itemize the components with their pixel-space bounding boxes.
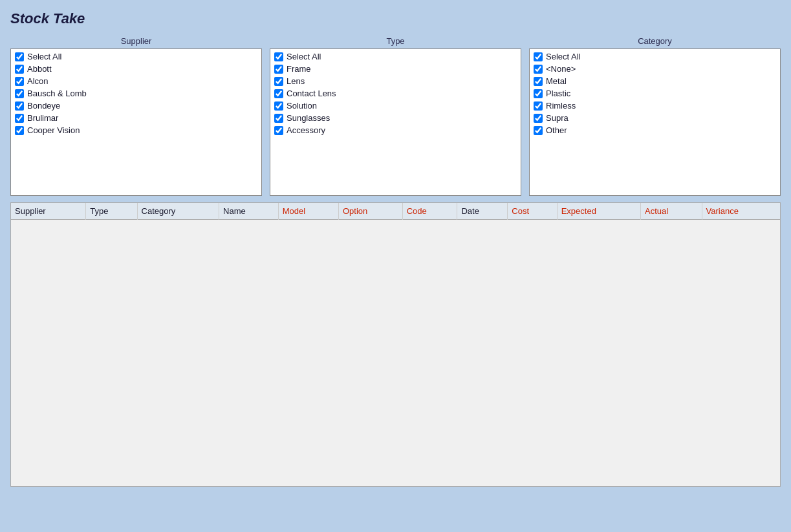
category-checkbox-5[interactable] (534, 114, 543, 123)
category-item-label-3: Plastic (546, 89, 570, 98)
type-item-4[interactable]: Solution (270, 100, 521, 112)
supplier-item-2[interactable]: Alcon (11, 75, 261, 87)
supplier-checkbox-0[interactable] (15, 52, 24, 61)
type-checkbox-list[interactable]: Select AllFrameLensContact LensSolutionS… (270, 48, 521, 196)
category-checkbox-3[interactable] (534, 89, 543, 98)
page-title: Stock Take (10, 10, 781, 27)
table-col-col-type: Type (86, 203, 137, 220)
category-item-3[interactable]: Plastic (530, 87, 780, 100)
category-item-label-1: <None> (546, 64, 576, 74)
type-filter-group: Type Select AllFrameLensContact LensSolu… (270, 36, 521, 196)
type-item-0[interactable]: Select All (270, 50, 521, 63)
category-item-label-2: Metal (546, 76, 567, 86)
type-item-1[interactable]: Frame (270, 63, 521, 75)
category-item-label-6: Other (546, 125, 567, 135)
table-col-col-name: Name (219, 203, 279, 220)
type-item-3[interactable]: Contact Lens (270, 87, 521, 100)
category-item-label-0: Select All (546, 52, 580, 61)
supplier-item-label-2: Alcon (27, 76, 49, 86)
supplier-item-5[interactable]: Brulimar (11, 112, 261, 124)
supplier-item-label-6: Cooper Vision (27, 125, 80, 135)
type-item-5[interactable]: Sunglasses (270, 112, 521, 124)
category-checkbox-list[interactable]: Select All<None>MetalPlasticRimlessSupra… (529, 48, 781, 196)
supplier-checkbox-2[interactable] (15, 77, 24, 86)
supplier-item-label-1: Abbott (27, 64, 52, 74)
supplier-checkbox-list[interactable]: Select AllAbbottAlconBausch & LombBondey… (10, 48, 262, 196)
supplier-checkbox-1[interactable] (15, 65, 24, 74)
category-item-label-4: Rimless (546, 101, 576, 111)
category-item-6[interactable]: Other (530, 124, 780, 136)
supplier-item-0[interactable]: Select All (11, 50, 261, 63)
type-checkbox-2[interactable] (274, 77, 283, 86)
category-item-1[interactable]: <None> (530, 63, 780, 75)
type-item-label-4: Solution (287, 101, 317, 111)
supplier-item-label-3: Bausch & Lomb (27, 89, 87, 98)
table-col-col-cost: Cost (508, 203, 557, 220)
main-container: Stock Take Supplier Select AllAbbottAlco… (0, 0, 791, 532)
table-col-col-variance: Variance (702, 203, 780, 220)
category-checkbox-4[interactable] (534, 101, 543, 111)
type-checkbox-1[interactable] (274, 65, 283, 74)
table-col-col-option: Option (338, 203, 402, 220)
type-item-label-2: Lens (287, 76, 305, 86)
type-item-label-0: Select All (287, 52, 321, 61)
supplier-item-label-0: Select All (27, 52, 61, 61)
table-col-col-actual: Actual (640, 203, 702, 220)
supplier-item-label-5: Brulimar (27, 113, 58, 123)
type-item-2[interactable]: Lens (270, 75, 521, 87)
type-item-label-1: Frame (287, 64, 311, 74)
table-col-col-date: Date (457, 203, 508, 220)
type-item-label-5: Sunglasses (287, 113, 330, 123)
data-table: SupplierTypeCategoryNameModelOptionCodeD… (11, 203, 780, 220)
category-filter-group: Category Select All<None>MetalPlasticRim… (529, 36, 781, 196)
category-checkbox-2[interactable] (534, 77, 543, 86)
type-label: Type (386, 36, 404, 46)
category-item-5[interactable]: Supra (530, 112, 780, 124)
type-checkbox-4[interactable] (274, 101, 283, 111)
category-checkbox-0[interactable] (534, 52, 543, 61)
category-item-label-5: Supra (546, 113, 569, 123)
table-col-col-supplier: Supplier (11, 203, 86, 220)
data-table-container: SupplierTypeCategoryNameModelOptionCodeD… (10, 202, 781, 487)
filters-row: Supplier Select AllAbbottAlconBausch & L… (10, 36, 781, 196)
category-item-4[interactable]: Rimless (530, 100, 780, 112)
category-checkbox-6[interactable] (534, 126, 543, 135)
category-item-2[interactable]: Metal (530, 75, 780, 87)
supplier-checkbox-4[interactable] (15, 101, 24, 111)
supplier-checkbox-3[interactable] (15, 89, 24, 98)
supplier-item-1[interactable]: Abbott (11, 63, 261, 75)
supplier-item-4[interactable]: Bondeye (11, 100, 261, 112)
supplier-item-3[interactable]: Bausch & Lomb (11, 87, 261, 100)
type-checkbox-5[interactable] (274, 114, 283, 123)
category-checkbox-1[interactable] (534, 65, 543, 74)
type-checkbox-3[interactable] (274, 89, 283, 98)
type-checkbox-0[interactable] (274, 52, 283, 61)
type-checkbox-6[interactable] (274, 126, 283, 135)
table-col-col-model: Model (278, 203, 338, 220)
table-col-col-category: Category (137, 203, 219, 220)
supplier-item-6[interactable]: Cooper Vision (11, 124, 261, 136)
type-item-label-6: Accessory (287, 125, 325, 135)
table-col-col-expected: Expected (557, 203, 640, 220)
category-item-0[interactable]: Select All (530, 50, 780, 63)
type-item-6[interactable]: Accessory (270, 124, 521, 136)
supplier-checkbox-6[interactable] (15, 126, 24, 135)
supplier-label: Supplier (121, 36, 152, 46)
supplier-checkbox-5[interactable] (15, 114, 24, 123)
type-item-label-3: Contact Lens (287, 89, 336, 98)
table-col-col-code: Code (402, 203, 457, 220)
supplier-filter-group: Supplier Select AllAbbottAlconBausch & L… (10, 36, 262, 196)
supplier-item-label-4: Bondeye (27, 101, 60, 111)
category-label: Category (638, 36, 672, 46)
table-header-row: SupplierTypeCategoryNameModelOptionCodeD… (11, 203, 780, 220)
table-header: SupplierTypeCategoryNameModelOptionCodeD… (11, 203, 780, 220)
